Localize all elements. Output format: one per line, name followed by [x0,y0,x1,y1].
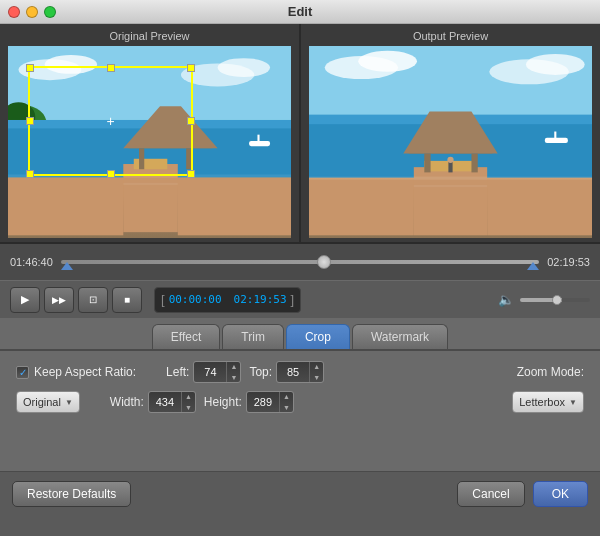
top-label: Top: [249,365,272,379]
end-time-display: 02:19:53 [234,293,287,306]
frame-button[interactable]: ⊡ [78,287,108,313]
left-value: 74 [194,366,226,378]
letterbox-dropdown[interactable]: Letterbox ▼ [512,391,584,413]
svg-rect-16 [186,148,191,169]
preview-area: Original Preview [0,24,600,244]
scrubber-thumb[interactable] [317,255,331,269]
height-arrows: ▲ ▼ [279,391,293,413]
left-down[interactable]: ▼ [227,372,240,383]
height-spin[interactable]: 289 ▲ ▼ [246,391,294,413]
original-preview-canvas[interactable]: + [8,46,291,238]
original-preview-image: + [8,46,291,238]
maximize-button[interactable] [44,6,56,18]
svg-point-2 [45,55,97,74]
tab-effect[interactable]: Effect [152,324,220,349]
width-field-group: Width: 434 ▲ ▼ [110,391,196,413]
titlebar: Edit [0,0,600,24]
svg-point-4 [218,58,270,77]
timeline-start-time: 01:46:40 [10,256,53,268]
ok-button[interactable]: OK [533,481,588,507]
options-row-1: ✓ Keep Aspect Ratio: Left: 74 ▲ ▼ Top: 8… [16,361,584,383]
width-up[interactable]: ▲ [182,391,195,402]
volume-slider[interactable] [520,298,590,302]
tab-trim[interactable]: Trim [222,324,284,349]
width-value: 434 [149,396,181,408]
tab-crop[interactable]: Crop [286,324,350,349]
bottom-right-buttons: Cancel OK [457,481,588,507]
svg-point-23 [358,51,417,72]
restore-defaults-button[interactable]: Restore Defaults [12,481,131,507]
width-spin[interactable]: 434 ▲ ▼ [148,391,196,413]
bracket-open: [ [161,292,165,307]
volume-thumb[interactable] [552,295,562,305]
svg-rect-12 [134,159,168,169]
keep-aspect-ratio-checkbox[interactable]: ✓ [16,366,29,379]
options-row-2: Original ▼ Width: 434 ▲ ▼ Height: 289 [16,391,584,413]
cancel-button[interactable]: Cancel [457,481,524,507]
original-preview-panel: Original Preview [0,24,301,242]
time-bracket: [ 00:00:00 02:19:53 ] [154,287,301,313]
svg-rect-41 [487,180,592,236]
top-spin[interactable]: 85 ▲ ▼ [276,361,324,383]
tabs-row: Effect Trim Crop Watermark [0,324,600,349]
left-spin[interactable]: 74 ▲ ▼ [193,361,241,383]
width-label: Width: [110,395,144,409]
left-up[interactable]: ▲ [227,361,240,372]
original-preview-label: Original Preview [109,30,189,42]
svg-rect-38 [309,177,592,180]
height-down[interactable]: ▼ [280,402,293,413]
tabs-container: Effect Trim Crop Watermark [0,318,600,351]
svg-rect-36 [448,162,452,172]
height-up[interactable]: ▲ [280,391,293,402]
play-button[interactable]: ▶ [10,287,40,313]
output-preview-canvas[interactable] [309,46,592,238]
svg-rect-34 [424,154,430,173]
letterbox-arrow: ▼ [569,398,577,407]
top-field-group: Top: 85 ▲ ▼ [249,361,324,383]
current-time-display: 00:00:00 [169,293,222,306]
top-down[interactable]: ▼ [310,372,323,383]
top-value: 85 [277,366,309,378]
fast-forward-button[interactable]: ▶▶ [44,287,74,313]
original-dropdown-label: Original [23,396,61,408]
width-down[interactable]: ▼ [182,402,195,413]
options-panel: ✓ Keep Aspect Ratio: Left: 74 ▲ ▼ Top: 8… [0,351,600,471]
top-up[interactable]: ▲ [310,361,323,372]
timeline: 01:46:40 02:19:53 [0,244,600,280]
original-dropdown[interactable]: Original ▼ [16,391,80,413]
window-controls [8,6,56,18]
stop-button[interactable]: ■ [112,287,142,313]
svg-rect-35 [471,154,477,173]
tab-watermark[interactable]: Watermark [352,324,448,349]
height-label: Height: [204,395,242,409]
svg-rect-17 [8,174,291,177]
height-field-group: Height: 289 ▲ ▼ [204,391,294,413]
scrubber-track[interactable] [61,260,539,264]
bracket-close: ] [291,292,295,307]
window-title: Edit [288,4,313,19]
volume-area: 🔈 [498,292,590,307]
svg-rect-9 [249,141,270,146]
svg-rect-29 [554,132,556,140]
controls-bar: ▶ ▶▶ ⊡ ■ [ 00:00:00 02:19:53 ] 🔈 [0,280,600,318]
scrubber-marker-left [61,262,73,270]
keep-aspect-ratio-label[interactable]: ✓ Keep Aspect Ratio: [16,365,136,379]
volume-icon: 🔈 [498,292,514,307]
timeline-end-time: 02:19:53 [547,256,590,268]
left-field-group: Left: 74 ▲ ▼ [166,361,241,383]
svg-point-37 [447,157,453,163]
height-value: 289 [247,396,279,408]
letterbox-label: Letterbox [519,396,565,408]
svg-rect-15 [139,148,144,169]
original-dropdown-arrow: ▼ [65,398,73,407]
original-scene-svg [8,46,291,238]
output-preview-image [309,46,592,238]
zoom-mode-label: Zoom Mode: [517,365,584,379]
minimize-button[interactable] [26,6,38,18]
left-arrows: ▲ ▼ [226,361,240,383]
svg-rect-19 [8,178,123,236]
top-arrows: ▲ ▼ [309,361,323,383]
svg-point-25 [526,54,585,75]
svg-rect-20 [178,178,291,236]
close-button[interactable] [8,6,20,18]
